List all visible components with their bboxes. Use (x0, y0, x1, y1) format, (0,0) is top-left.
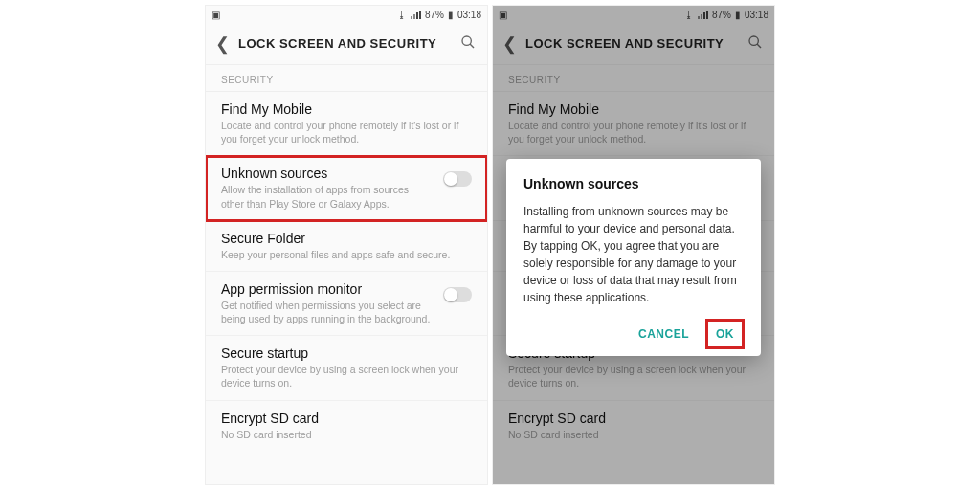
item-title: Secure startup (221, 345, 472, 361)
unknown-sources-toggle[interactable] (443, 171, 472, 187)
item-desc: Protect your device by using a screen lo… (221, 363, 472, 390)
ok-button[interactable]: OK (706, 320, 744, 348)
dialog-body: Installing from unknown sources may be h… (523, 203, 744, 306)
dialog-actions: CANCEL OK (523, 320, 744, 348)
item-desc: Locate and control your phone remotely i… (221, 119, 472, 145)
battery-pct: 87% (425, 10, 444, 20)
item-desc: Allow the installation of apps from sour… (221, 183, 434, 210)
screenshot-icon (212, 10, 220, 20)
battery-icon (448, 10, 454, 20)
cancel-button[interactable]: CANCEL (629, 320, 699, 348)
item-desc: Keep your personal files and apps safe a… (221, 248, 472, 261)
item-title: App permission monitor (221, 281, 434, 297)
signal-icon (411, 11, 421, 19)
item-title: Secure Folder (221, 231, 472, 246)
item-unknown-sources[interactable]: Unknown sources Allow the installation o… (206, 156, 487, 220)
item-secure-startup[interactable]: Secure startup Protect your device by us… (206, 336, 487, 400)
back-button[interactable]: ❮ (215, 35, 233, 53)
svg-line-1 (470, 44, 474, 48)
item-app-permission-monitor[interactable]: App permission monitor Get notified when… (206, 272, 487, 336)
item-desc: No SD card inserted (221, 428, 472, 441)
item-secure-folder[interactable]: Secure Folder Keep your personal files a… (206, 221, 487, 272)
item-find-my-mobile[interactable]: Find My Mobile Locate and control your p… (206, 92, 487, 156)
side-by-side-container: 87% 03:18 ❮ LOCK SCREEN AND SECURITY SEC… (205, 5, 775, 485)
phone-right: 87% 03:18 ❮ LOCK SCREEN AND SECURITY SEC… (492, 5, 775, 485)
unknown-sources-dialog: Unknown sources Installing from unknown … (506, 159, 761, 356)
page-title: LOCK SCREEN AND SECURITY (233, 36, 460, 51)
phone-left: 87% 03:18 ❮ LOCK SCREEN AND SECURITY SEC… (205, 5, 488, 485)
item-title: Find My Mobile (221, 101, 472, 117)
section-header-security: SECURITY (206, 65, 487, 91)
svg-point-0 (462, 36, 471, 45)
search-icon[interactable] (460, 34, 478, 54)
item-title: Unknown sources (221, 166, 434, 181)
app-bar: ❮ LOCK SCREEN AND SECURITY (206, 23, 487, 65)
item-encrypt-sd[interactable]: Encrypt SD card No SD card inserted (206, 401, 487, 451)
clock: 03:18 (457, 10, 481, 20)
download-icon (397, 10, 407, 20)
dialog-title: Unknown sources (523, 176, 744, 191)
app-permission-toggle[interactable] (443, 287, 472, 302)
status-bar: 87% 03:18 (206, 6, 487, 23)
item-title: Encrypt SD card (221, 411, 472, 426)
item-desc: Get notified when permissions you select… (221, 299, 434, 325)
